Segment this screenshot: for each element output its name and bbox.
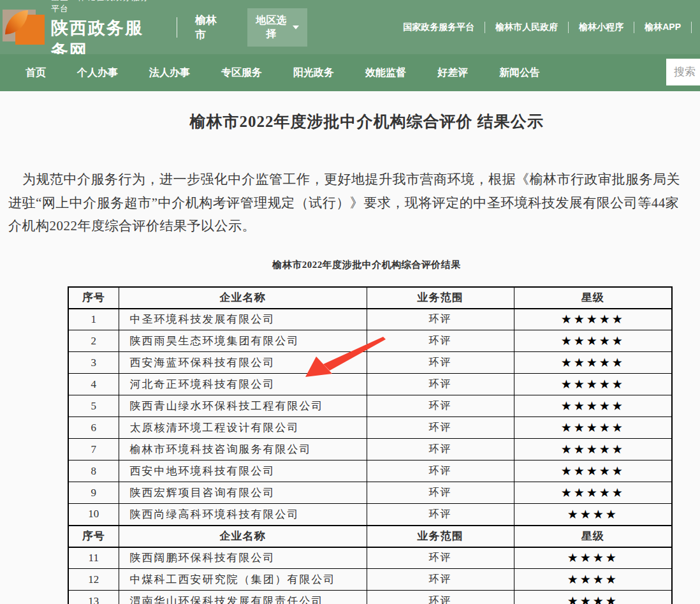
cell-no: 1 — [68, 309, 119, 330]
paragraph-line: 介机构2022年度综合评价结果予以公示。 — [8, 214, 700, 238]
cell-scope: 环评 — [367, 482, 514, 504]
header-link[interactable]: 榆林市人民政府 — [485, 22, 568, 33]
table-row: 4河北奇正环境科技有限公司环评★★★★★ — [68, 374, 672, 395]
cell-no: 7 — [68, 439, 119, 460]
cell-name: 陕西阔鹏环保科技有限公司 — [119, 547, 367, 569]
nav-item-8[interactable]: 新闻公告 — [499, 66, 540, 80]
cell-no: 6 — [68, 417, 119, 439]
cell-no: 12 — [68, 569, 119, 591]
cell-scope: 环评 — [367, 374, 514, 395]
table-row: 10陕西尚绿高科环境科技有限公司环评★★★★ — [68, 504, 672, 526]
header-link[interactable]: 微信公众号 — [691, 22, 700, 33]
cell-no: 10 — [68, 504, 119, 526]
nav-item-2[interactable]: 个人办事 — [77, 66, 118, 80]
nav-item-4[interactable]: 专区服务 — [221, 66, 262, 80]
nav-item-1[interactable]: 首页 — [26, 66, 46, 80]
cell-name: 陕西雨昊生态环境集团有限公司 — [119, 330, 367, 352]
cell-stars: ★★★★★ — [514, 417, 672, 439]
page-title: 榆林市2022年度涉批中介机构综合评价 结果公示 — [0, 91, 700, 132]
cell-name: 中圣环境科技发展有限公司 — [119, 309, 367, 330]
cell-stars: ★★★★★ — [514, 482, 672, 504]
cell-scope: 环评 — [367, 395, 514, 417]
cell-scope: 环评 — [367, 547, 514, 569]
cell-scope: 环评 — [367, 460, 514, 482]
announcement-paragraph: 为规范中介服务行为，进一步强化中介监管工作，更好地提升我市营商环境，根据《榆林市… — [8, 168, 700, 238]
table-row: 5陕西青山绿水环保科技工程有限公司环评★★★★★ — [68, 395, 672, 417]
column-header: 企业名称 — [119, 526, 367, 547]
table-row: 6太原核清环境工程设计有限公司环评★★★★★ — [68, 417, 672, 439]
paragraph-line: 进驻“网上中介服务超市”中介机构考评管理规定（试行）》要求，现将评定的中圣环境科… — [8, 191, 700, 215]
cell-name: 陕西宏辉项目咨询有限公司 — [119, 482, 367, 504]
cell-scope: 环评 — [367, 569, 514, 591]
search-input[interactable] — [666, 59, 700, 85]
cell-no: 13 — [68, 591, 119, 604]
site-header: 全国一体化在线政务服务平台 陕西政务服务网 榆林市 地区选择 国家政务服务平台榆… — [0, 0, 700, 54]
column-header: 星级 — [514, 287, 672, 309]
region-select-label: 地区选择 — [256, 14, 287, 41]
cell-no: 8 — [68, 460, 119, 482]
cell-no: 2 — [68, 330, 119, 352]
header-divider — [177, 17, 177, 38]
cell-stars: ★★★★★ — [514, 352, 672, 374]
results-table: 序号企业名称业务范围星级1中圣环境科技发展有限公司环评★★★★★2陕西雨昊生态环… — [68, 286, 673, 604]
table-row: 3西安海蓝环保科技有限公司环评★★★★★ — [68, 352, 672, 374]
cell-stars: ★★★★ — [514, 547, 672, 569]
column-header: 企业名称 — [119, 287, 367, 309]
cell-scope: 环评 — [367, 504, 514, 526]
nav-item-5[interactable]: 阳光政务 — [293, 66, 334, 80]
column-header: 序号 — [68, 287, 119, 309]
table-row: 7榆林市环境科技咨询服务有限公司环评★★★★★ — [68, 439, 672, 460]
cell-name: 西安中地环境科技有限公司 — [119, 460, 367, 482]
cell-name: 西安海蓝环保科技有限公司 — [119, 352, 367, 374]
nav-item-7[interactable]: 好差评 — [437, 66, 468, 80]
column-header: 序号 — [68, 526, 119, 547]
table-row: 9陕西宏辉项目咨询有限公司环评★★★★★ — [68, 482, 672, 504]
nav-items: 首页个人办事法人办事专区服务阳光政务效能监督好差评新闻公告 — [0, 66, 571, 80]
table-row: 11陕西阔鹏环保科技有限公司环评★★★★ — [68, 547, 672, 569]
header-links: 国家政务服务平台榆林市人民政府榆林小程序榆林APP微信公众号 — [393, 22, 700, 33]
cell-stars: ★★★★★ — [514, 330, 672, 352]
header-link[interactable]: 榆林APP — [634, 22, 691, 33]
cell-no: 11 — [68, 547, 119, 569]
cell-no: 3 — [68, 352, 119, 374]
cell-scope: 环评 — [367, 591, 514, 604]
table-caption: 榆林市2022年度涉批中介机构综合评价结果 — [0, 259, 700, 271]
cell-scope: 环评 — [367, 309, 514, 330]
site-logo-icon[interactable] — [2, 8, 45, 47]
cell-name: 榆林市环境科技咨询服务有限公司 — [119, 439, 367, 460]
cell-name: 渭南华山环保科技发展有限责任公司 — [119, 591, 367, 604]
cell-stars: ★★★★ — [514, 591, 672, 604]
table-row: 1中圣环境科技发展有限公司环评★★★★★ — [68, 309, 672, 330]
current-city-label: 榆林市 — [195, 13, 222, 42]
cell-scope: 环评 — [367, 417, 514, 439]
cell-stars: ★★★★★ — [514, 395, 672, 417]
table-header-row: 序号企业名称业务范围星级 — [68, 526, 672, 547]
header-link[interactable]: 国家政务服务平台 — [393, 22, 485, 33]
cell-stars: ★★★★ — [514, 504, 672, 526]
main-nav: 首页个人办事法人办事专区服务阳光政务效能监督好差评新闻公告 — [0, 54, 700, 91]
cell-stars: ★★★★★ — [514, 439, 672, 460]
page: 全国一体化在线政务服务平台 陕西政务服务网 榆林市 地区选择 国家政务服务平台榆… — [0, 0, 700, 604]
cell-scope: 环评 — [367, 330, 514, 352]
column-header: 业务范围 — [367, 287, 514, 309]
table-row: 12中煤科工西安研究院（集团）有限公司环评★★★★ — [68, 569, 672, 591]
cell-no: 5 — [68, 395, 119, 417]
cell-name: 河北奇正环境科技有限公司 — [119, 374, 367, 395]
cell-stars: ★★★★★ — [514, 460, 672, 482]
column-header: 业务范围 — [367, 526, 514, 547]
cell-scope: 环评 — [367, 439, 514, 460]
cell-name: 太原核清环境工程设计有限公司 — [119, 417, 367, 439]
nav-item-6[interactable]: 效能监督 — [365, 66, 406, 80]
cell-scope: 环评 — [367, 352, 514, 374]
table-header-row: 序号企业名称业务范围星级 — [68, 287, 672, 309]
region-select-button[interactable]: 地区选择 — [247, 8, 307, 47]
platform-subtitle: 全国一体化在线政务服务平台 — [51, 0, 157, 15]
cell-name: 中煤科工西安研究院（集团）有限公司 — [119, 569, 367, 591]
cell-stars: ★★★★★ — [514, 374, 672, 395]
cell-stars: ★★★★★ — [514, 309, 672, 330]
cell-no: 4 — [68, 374, 119, 395]
header-link[interactable]: 榆林小程序 — [568, 22, 634, 33]
table-row: 2陕西雨昊生态环境集团有限公司环评★★★★★ — [68, 330, 672, 352]
cell-no: 9 — [68, 482, 119, 504]
nav-item-3[interactable]: 法人办事 — [149, 66, 190, 80]
